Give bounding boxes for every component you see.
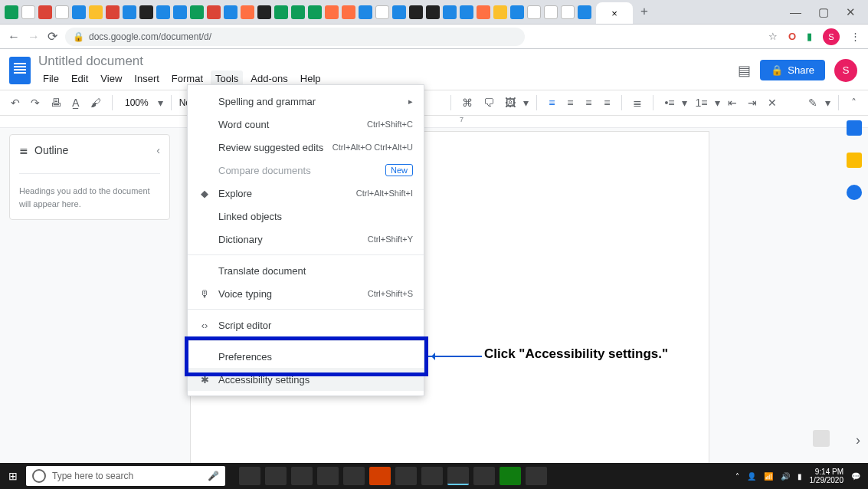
window-close[interactable]: ✕ xyxy=(846,5,856,19)
lock-icon: 🔒 xyxy=(73,31,84,42)
taskbar-app-icon[interactable] xyxy=(265,467,287,485)
share-button[interactable]: 🔒 Share xyxy=(760,60,825,80)
clear-formatting-button[interactable]: ✕ xyxy=(765,94,780,111)
taskbar-app-icon[interactable] xyxy=(526,467,547,485)
action-center-icon[interactable]: 💬 xyxy=(851,472,860,481)
annotation-text: Click "Accessibility settings." xyxy=(484,346,668,362)
system-tray: ˄ 👤 📶 🔊 ▮ 9:14 PM 1/29/2020 💬 xyxy=(735,468,869,484)
zoom-level[interactable]: 100% xyxy=(120,97,153,108)
taskbar-search[interactable]: Type here to search 🎤 xyxy=(26,466,225,486)
taskbar-app-icon[interactable] xyxy=(291,467,313,485)
tray-user-icon[interactable]: 👤 xyxy=(747,472,756,481)
account-avatar[interactable]: S xyxy=(834,59,857,82)
extension-icon-2[interactable]: ▮ xyxy=(807,31,812,42)
decrease-indent-button[interactable]: ⇤ xyxy=(725,94,740,111)
new-tab-button[interactable]: + xyxy=(633,4,656,24)
share-label: Share xyxy=(788,64,814,76)
tasks-sidepanel-icon[interactable] xyxy=(847,185,862,200)
menu-voice-typing[interactable]: 🎙 Voice typing Ctrl+Shift+S xyxy=(188,282,424,305)
align-left-button[interactable]: ≡ xyxy=(545,94,558,111)
menu-review-suggested[interactable]: Review suggested edits Ctrl+Alt+O Ctrl+A… xyxy=(188,136,424,159)
excel-taskbar-icon[interactable] xyxy=(500,467,521,485)
window-maximize[interactable]: ▢ xyxy=(818,5,829,19)
tray-network-icon[interactable]: 📶 xyxy=(764,472,773,481)
nav-back-icon[interactable]: ← xyxy=(8,30,20,44)
menu-compare-label: Compare documents xyxy=(218,165,378,176)
insert-link-button[interactable]: ⌘ xyxy=(459,94,476,111)
calendar-sidepanel-icon[interactable] xyxy=(847,120,862,136)
mic-icon[interactable]: 🎤 xyxy=(208,471,219,481)
align-right-button[interactable]: ≡ xyxy=(581,94,595,111)
taskbar-app-icon[interactable] xyxy=(343,467,365,485)
browser-avatar[interactable]: S xyxy=(823,28,840,45)
menu-edit[interactable]: Edit xyxy=(67,71,93,87)
omnibox[interactable]: 🔒 docs.google.com/document/d/ xyxy=(65,28,525,46)
line-spacing-button[interactable]: ≣ xyxy=(630,94,645,111)
bookmark-star-icon[interactable]: ☆ xyxy=(768,31,778,42)
spellcheck-button[interactable]: A̲ xyxy=(69,94,83,111)
tray-overflow-icon[interactable]: ˄ xyxy=(735,472,739,481)
print-button[interactable]: 🖶 xyxy=(47,94,64,111)
paint-format-button[interactable]: 🖌 xyxy=(87,94,104,111)
increase-indent-button[interactable]: ⇥ xyxy=(745,94,760,111)
tab-close-icon[interactable]: × xyxy=(611,8,617,19)
menu-linked-objects[interactable]: Linked objects xyxy=(188,205,424,228)
menu-spelling-grammar[interactable]: Spelling and grammar ▸ xyxy=(188,90,424,113)
docs-logo-icon[interactable] xyxy=(9,57,31,84)
menu-script-label: Script editor xyxy=(218,320,413,331)
bulleted-list-button[interactable]: •≡ xyxy=(661,94,677,111)
menu-word-count[interactable]: Word count Ctrl+Shift+C xyxy=(188,113,424,136)
taskbar-app-icon[interactable] xyxy=(395,467,417,485)
undo-button[interactable]: ↶ xyxy=(8,94,23,111)
nav-reload-icon[interactable]: ⟳ xyxy=(47,29,57,44)
numbered-list-button[interactable]: 1≡ xyxy=(692,94,710,111)
open-comments-icon[interactable]: ▤ xyxy=(738,62,751,79)
explore-fab-icon[interactable] xyxy=(813,430,830,447)
document-title[interactable]: Untitled document xyxy=(38,54,326,69)
taskbar-app-icon[interactable] xyxy=(421,467,443,485)
active-tab[interactable]: × xyxy=(596,2,633,24)
numbered-list-caret-icon[interactable]: ▾ xyxy=(715,97,720,109)
menu-view[interactable]: View xyxy=(96,71,126,87)
editing-mode-button[interactable]: ✎ xyxy=(805,94,821,111)
start-button[interactable]: ⊞ xyxy=(0,470,26,482)
menu-separator xyxy=(188,309,424,310)
bulleted-list-caret-icon[interactable]: ▾ xyxy=(682,97,687,109)
menu-translate-label: Translate document xyxy=(218,265,413,277)
taskbar-app-icon[interactable] xyxy=(369,467,391,485)
menu-a11y-label: Accessibility settings xyxy=(218,374,413,386)
keep-sidepanel-icon[interactable] xyxy=(847,153,862,168)
insert-image-button[interactable]: 🖼 xyxy=(502,94,519,111)
extension-icon-1[interactable]: O xyxy=(788,31,796,42)
taskbar-app-icon[interactable] xyxy=(473,467,495,485)
taskbar-app-icon[interactable] xyxy=(317,467,339,485)
search-placeholder: Type here to search xyxy=(52,471,133,481)
horizontal-ruler[interactable]: 3 4 5 6 7 xyxy=(0,116,868,128)
menu-script-editor[interactable]: ‹› Script editor xyxy=(188,313,424,336)
add-comment-button[interactable]: 🗨 xyxy=(480,94,497,111)
window-minimize[interactable]: — xyxy=(790,5,801,19)
menu-dictionary[interactable]: Dictionary Ctrl+Shift+Y xyxy=(188,228,424,251)
align-center-button[interactable]: ≡ xyxy=(563,94,577,111)
redo-button[interactable]: ↷ xyxy=(28,94,43,111)
menu-preferences[interactable]: Preferences xyxy=(188,345,424,368)
editing-mode-caret-icon[interactable]: ▾ xyxy=(825,97,830,109)
collapse-toolbar-button[interactable]: ˄ xyxy=(847,94,860,111)
show-sidepanel-icon[interactable]: › xyxy=(856,432,860,448)
tray-volume-icon[interactable]: 🔊 xyxy=(781,472,790,481)
menu-accessibility-settings[interactable]: ✱ Accessibility settings xyxy=(188,368,424,391)
outline-collapse-icon[interactable]: ‹ xyxy=(156,144,160,156)
browser-menu-icon[interactable]: ⋮ xyxy=(850,31,860,42)
menu-insert[interactable]: Insert xyxy=(129,71,164,87)
menu-translate[interactable]: Translate document xyxy=(188,259,424,282)
chrome-taskbar-icon[interactable] xyxy=(447,467,469,485)
tray-battery-icon[interactable]: ▮ xyxy=(798,472,802,481)
accessibility-icon: ✱ xyxy=(198,374,211,386)
align-justify-button[interactable]: ≡ xyxy=(600,94,614,111)
insert-image-caret-icon[interactable]: ▾ xyxy=(523,97,529,109)
menu-file[interactable]: File xyxy=(38,71,64,87)
zoom-caret-icon[interactable]: ▾ xyxy=(158,97,163,109)
menu-explore[interactable]: ◆ Explore Ctrl+Alt+Shift+I xyxy=(188,182,424,205)
taskview-icon[interactable] xyxy=(239,467,260,485)
taskbar-clock[interactable]: 9:14 PM 1/29/2020 xyxy=(810,468,844,484)
